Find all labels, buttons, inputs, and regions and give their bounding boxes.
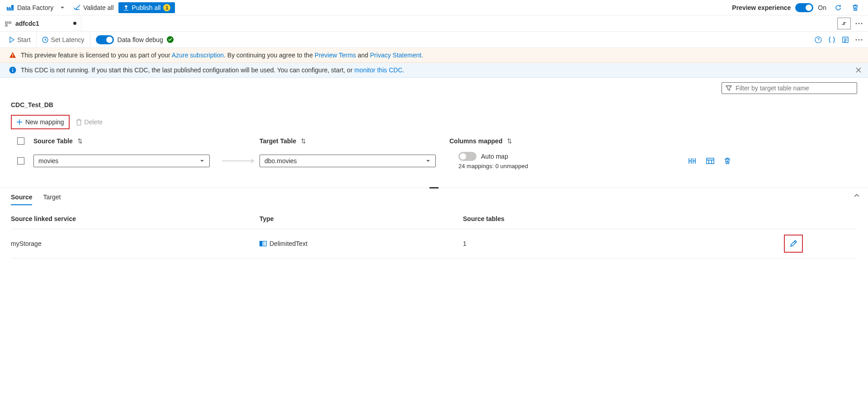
start-label: Start [17,36,31,43]
warning-text: This preview feature is licensed to you … [21,52,423,59]
brand-label: Data Factory [17,4,53,11]
filter-input-field[interactable] [736,85,853,92]
resource-tab[interactable]: adfcdc1 [0,15,81,31]
warning-icon [9,52,16,59]
data-preview-button[interactable] [706,158,714,164]
validate-all-label: Validate all [83,4,113,11]
source-linked-service-header: Source linked service [11,215,259,222]
azure-subscription-link[interactable]: Azure subscription [172,52,224,59]
mapped-column-header: Columns mapped [449,137,502,145]
delete-label: Delete [85,118,103,126]
preview-experience-toggle[interactable] [795,3,813,12]
select-all-checkbox[interactable] [17,137,24,145]
brand: Data Factory [4,4,56,11]
play-icon [9,37,14,43]
source-type-value: DelimitedText [269,240,307,247]
new-mapping-button[interactable]: New mapping [11,115,70,129]
collapse-bottom-button[interactable] [854,193,860,198]
sort-source-button[interactable] [77,138,83,144]
monitor-cdc-link[interactable]: monitor this CDC [354,66,403,74]
source-table-select[interactable]: movies [33,155,210,167]
source-linked-service-value: myStorage [11,240,259,247]
filter-input[interactable] [722,82,857,94]
preview-experience-label: Preview experience [732,4,791,11]
checkmark-icon [73,5,80,11]
unsaved-indicator-icon [73,22,76,25]
chevron-down-icon [425,159,431,163]
clock-icon [42,37,48,43]
svg-point-7 [859,39,860,40]
cdc-resource-icon [5,20,12,27]
resource-tab-label: adfcdc1 [15,20,39,27]
auto-map-toggle[interactable] [458,152,476,161]
debug-status-ok-icon [167,36,174,43]
target-tab[interactable]: Target [43,193,61,205]
source-tables-header: Source tables [463,215,626,222]
source-type-header: Type [259,215,463,222]
svg-rect-10 [707,158,714,164]
action-more-button[interactable] [855,39,863,41]
source-tab[interactable]: Source [11,193,32,205]
svg-point-1 [859,23,860,24]
data-flow-debug-label: Data flow debug [118,36,163,43]
publish-all-label: Publish all [132,4,161,11]
delete-row-button[interactable] [724,157,731,165]
json-button[interactable] [828,36,835,43]
target-column-header: Target Table [259,137,296,145]
start-button[interactable]: Start [4,32,37,47]
delete-button: Delete [76,118,103,126]
new-mapping-label: New mapping [25,118,64,126]
source-row: myStorage DelimitedText 1 [11,229,857,259]
info-icon [9,66,16,74]
edit-source-button[interactable] [784,235,803,253]
publish-all-button[interactable]: Publish all 1 [118,2,175,13]
mapping-summary: 24 mappings: 0 unmapped [458,163,528,169]
svg-point-8 [861,39,863,40]
cdc-info-banner: This CDC is not running. If you start th… [0,63,868,78]
row-checkbox[interactable] [17,157,24,165]
set-latency-button[interactable]: Set Latency [37,32,90,47]
source-tables-count: 1 [463,240,626,247]
tab-more-button[interactable] [853,23,865,24]
sort-target-button[interactable] [301,138,306,144]
preview-terms-link[interactable]: Preview Terms [315,52,356,59]
publish-count-badge: 1 [163,4,170,11]
trash-icon [76,119,82,126]
upload-icon [123,5,129,11]
plus-icon [16,119,23,125]
dismiss-info-button[interactable] [855,67,862,73]
preview-warning-banner: This preview feature is licensed to you … [0,48,868,63]
svg-point-0 [856,23,857,24]
brand-dropdown[interactable] [56,5,69,10]
mapping-row: movies dbo.movies Auto map 24 mappings: … [11,152,857,169]
column-mapping-button[interactable] [688,157,696,165]
source-table-header: Source linked service Type Source tables [11,215,857,229]
collapse-panel-button[interactable] [837,18,851,29]
svg-point-6 [856,39,857,40]
properties-button[interactable] [842,36,849,43]
chevron-down-icon [199,159,205,163]
privacy-statement-link[interactable]: Privacy Statement [370,52,422,59]
target-table-select[interactable]: dbo.movies [259,155,436,167]
database-title: CDC_Test_DB [11,101,857,108]
validate-all-button[interactable]: Validate all [69,4,118,11]
sort-mapped-button[interactable] [507,138,512,144]
set-latency-label: Set Latency [51,36,85,43]
source-column-header: Source Table [33,137,73,145]
info-text: This CDC is not running. If you start th… [21,66,404,74]
delimited-text-icon [259,241,267,246]
mapping-arrow-icon [219,158,259,164]
preview-experience-state: On [818,4,826,11]
filter-icon [726,85,732,91]
auto-map-label: Auto map [481,153,508,160]
learn-button[interactable] [815,36,822,43]
target-table-value: dbo.movies [264,157,297,165]
svg-point-2 [861,23,863,24]
refresh-button[interactable] [832,1,844,14]
factory-icon [6,4,14,11]
discard-button[interactable] [849,1,862,14]
data-flow-debug-toggle[interactable] [96,35,114,44]
source-table-value: movies [38,157,58,165]
